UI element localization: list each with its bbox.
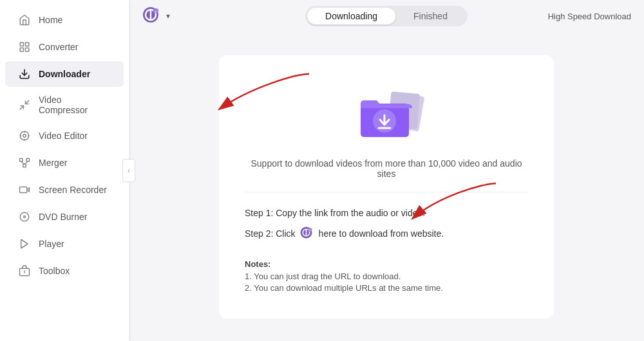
svg-rect-1: [26, 42, 29, 46]
step2-line: Step 2: Click + here to download from we…: [245, 226, 528, 241]
sidebar-item-toolbox[interactable]: Toolbox: [5, 258, 124, 284]
sidebar-item-converter[interactable]: Converter: [5, 34, 124, 60]
sidebar-label-toolbox: Toolbox: [39, 266, 70, 276]
topbar: + ▾ Downloading Finished High Speed Down…: [129, 0, 644, 32]
compress-icon: [18, 98, 31, 111]
folder-illustration: ✦: [245, 75, 528, 145]
svg-text:+: +: [309, 228, 311, 231]
record-icon: [18, 183, 31, 196]
notes-section: Notes: 1. You can just drag the URL to d…: [245, 259, 528, 293]
svg-line-5: [20, 106, 23, 109]
svg-text:+: +: [155, 10, 157, 14]
app-logo: +: [142, 6, 162, 26]
sidebar-item-dvd-burner[interactable]: DVD Burner: [5, 204, 124, 230]
converter-icon: [18, 41, 31, 53]
merge-icon: [18, 156, 31, 169]
svg-point-20: [24, 216, 26, 218]
sidebar-label-video-editor: Video Editor: [39, 131, 88, 141]
steps-section: Step 1: Copy the link from the audio or …: [245, 208, 528, 293]
svg-marker-21: [21, 239, 28, 248]
step2-icon: +: [299, 226, 315, 241]
sidebar: Home Converter Downloader Video: [0, 0, 129, 341]
sidebar-label-merger: Merger: [39, 158, 67, 168]
tab-group: Downloading Finished: [305, 6, 468, 26]
step2-prefix: Step 2: Click: [245, 228, 296, 239]
sidebar-item-merger[interactable]: Merger: [5, 150, 124, 176]
step2-suffix: here to download from website.: [319, 228, 444, 239]
svg-point-7: [23, 134, 26, 138]
note2: 2. You can download multiple URLs at the…: [245, 283, 528, 293]
logo-area: + ▾: [142, 6, 170, 26]
sidebar-label-converter: Converter: [39, 42, 78, 52]
tab-downloading[interactable]: Downloading: [307, 8, 395, 24]
sidebar-item-downloader[interactable]: Downloader: [5, 61, 124, 87]
player-icon: [18, 237, 31, 250]
sidebar-label-player: Player: [39, 239, 64, 249]
sidebar-label-video-compressor: Video Compressor: [39, 95, 111, 115]
sidebar-label-home: Home: [39, 15, 62, 25]
edit-icon: [18, 129, 31, 142]
sidebar-label-screen-recorder: Screen Recorder: [39, 185, 107, 195]
svg-rect-0: [20, 42, 23, 46]
download-card: ✦ Support to download videos from more t…: [219, 55, 554, 318]
downloader-icon: [18, 68, 31, 80]
sidebar-label-downloader: Downloader: [39, 69, 90, 79]
sidebar-collapse-button[interactable]: ‹: [122, 159, 135, 182]
main-content: + ▾ Downloading Finished High Speed Down…: [129, 0, 644, 341]
sidebar-item-player[interactable]: Player: [5, 231, 124, 257]
dvd-icon: [18, 210, 31, 223]
svg-rect-2: [26, 48, 29, 51]
notes-title: Notes:: [245, 259, 528, 269]
high-speed-label: High Speed Download: [548, 12, 631, 21]
svg-line-16: [21, 161, 24, 165]
sidebar-item-video-compressor[interactable]: Video Compressor: [5, 88, 124, 122]
tab-finished[interactable]: Finished: [395, 8, 466, 24]
svg-point-19: [20, 212, 29, 221]
support-text: Support to download videos from more tha…: [245, 158, 528, 192]
note1: 1. You can just drag the URL to download…: [245, 272, 528, 281]
step1-line: Step 1: Copy the link from the audio or …: [245, 208, 528, 218]
svg-rect-3: [20, 48, 23, 51]
svg-line-17: [24, 161, 28, 165]
content-area: ✦ Support to download videos from more t…: [129, 32, 644, 341]
toolbox-icon: [18, 264, 31, 277]
sidebar-item-home[interactable]: Home: [5, 7, 124, 33]
step1-text: Step 1: Copy the link from the audio or …: [245, 208, 425, 218]
sidebar-label-dvd-burner: DVD Burner: [39, 212, 87, 222]
notes-list: 1. You can just drag the URL to download…: [245, 272, 528, 293]
logo-dropdown-arrow[interactable]: ▾: [166, 12, 170, 21]
svg-line-6: [26, 100, 29, 104]
sidebar-item-screen-recorder[interactable]: Screen Recorder: [5, 177, 124, 203]
svg-rect-18: [20, 187, 27, 193]
sidebar-item-video-editor[interactable]: Video Editor: [5, 123, 124, 149]
home-icon: [18, 14, 31, 26]
